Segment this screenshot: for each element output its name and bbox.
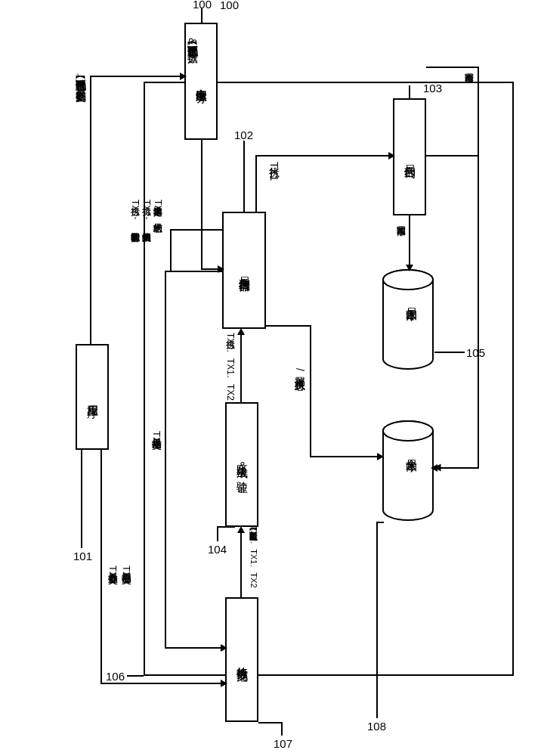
- ref-102-leader: [243, 141, 245, 212]
- local-contract-executor-box: 局部合约执行器: [222, 212, 266, 329]
- arrowhead-app-relay: [180, 73, 187, 80]
- arrowhead-txpool-blockgen: [237, 526, 245, 533]
- local-ledger-label: 局部账本: [404, 299, 419, 302]
- node-boundary: [144, 82, 514, 676]
- tx-pool-box: 待执行交易池: [225, 597, 258, 722]
- arrow-relay-exec: [201, 140, 202, 268]
- arrow-exec-global-h1: [266, 325, 311, 327]
- arrowhead-exec-global: [377, 453, 384, 460]
- global-ledger-label: 全局账本: [404, 450, 419, 453]
- ref-101-leader: [81, 450, 82, 548]
- arrowhead-exec-localsc: [388, 152, 395, 160]
- ref-107: 107: [274, 737, 292, 750]
- arrow-localsc-global-h2: [437, 467, 479, 469]
- arrow-localsc-global-v: [478, 67, 479, 469]
- svg-point-3: [383, 421, 433, 441]
- arrow-exec-localsc-v: [255, 155, 257, 212]
- local-ledger-cylinder: 局部账本: [382, 268, 434, 370]
- arrow-exec-global-h2: [310, 456, 382, 457]
- local-contract-box: 局部合约: [393, 98, 426, 215]
- blockgen-label: 区块生成&验证: [235, 456, 249, 474]
- arrowhead-localsc-localledger: [406, 265, 413, 271]
- steps-bracket-v: [170, 229, 172, 271]
- ref-104-leader-h: [217, 526, 235, 528]
- ref-104-leader: [217, 526, 218, 541]
- arrowhead-global-localsc: [431, 464, 437, 472]
- edge-exec-step3: 略决定并记录TX1的结果状态: [151, 200, 164, 216]
- ref-101: 101: [73, 550, 92, 562]
- steps-bracket-h: [170, 229, 222, 231]
- relay-label: 安全中继服务: [194, 79, 209, 84]
- ref-105: 105: [466, 346, 485, 359]
- edge-exec-all: 执行TX0、TX1、TX2: [224, 333, 236, 401]
- arrow-exec-txpool-v: [165, 271, 166, 649]
- application-box: 应用程序: [76, 344, 109, 450]
- ref-100-real: 100: [193, 0, 212, 11]
- arrowhead-blockgen-exec: [237, 328, 245, 335]
- arrow-exec-txpool-h1: [165, 271, 222, 272]
- arrow-exec-localsc-h: [255, 155, 393, 156]
- edge-extract: 【区块生成时】提取TX0、TX1、TX2: [248, 525, 259, 588]
- global-ledger-cylinder: 全局账本: [382, 420, 434, 522]
- ref-104: 104: [208, 543, 227, 556]
- executor-label: 局部合约执行器: [237, 268, 252, 273]
- ref-107-leader-v: [281, 722, 283, 736]
- arrow-localsc-global-h0: [426, 67, 479, 68]
- ref-106: 106: [106, 670, 125, 683]
- edge-submit-result: 提交结果交易TX2: [150, 431, 163, 449]
- ref-108: 108: [367, 720, 386, 733]
- arrow-app-relay-h: [90, 76, 184, 77]
- ref-105-leader: [434, 352, 465, 353]
- arrow-localsc-global-h1: [426, 155, 479, 156]
- ref-100: 100: [220, 0, 239, 11]
- ref-106-leader: [127, 675, 144, 677]
- local-sc-label: 局部合约: [403, 156, 417, 159]
- arrow-app-txpool-h: [100, 683, 225, 684]
- txpool-label: 待执行交易池: [235, 658, 249, 662]
- edge-exec-tx1: 执行 TX1: [267, 159, 281, 181]
- ref-108-leader-v: [376, 522, 378, 718]
- arrow-app-txpool-v: [100, 450, 102, 684]
- edge-upload: 【可选】上载私密合约代码、私密交易数据: [74, 72, 88, 82]
- arrow-txpool-blockgen: [240, 531, 242, 597]
- app-label: 应用程序: [85, 395, 100, 398]
- edge-download: 【可选】下载私密代码&数据: [186, 38, 199, 45]
- ref-103-leader: [409, 85, 410, 98]
- block-gen-box: 区块生成&验证: [225, 402, 258, 527]
- arrow-localsc-localledger: [409, 215, 410, 268]
- ref-103: 103: [423, 82, 442, 94]
- ref-102: 102: [234, 129, 253, 141]
- arrowhead-exec-txpool: [221, 644, 227, 652]
- ref-107-leader-h: [258, 722, 281, 723]
- arrow-exec-global-v: [310, 325, 311, 457]
- edge-app-submit: 提交部署交易TX0 提交业务交易TX1: [106, 565, 133, 584]
- arrow-exec-txpool-h2: [165, 647, 225, 649]
- edge-deploy-state: 部署/执行状态: [293, 368, 307, 371]
- arrowhead-app-txpool: [221, 680, 227, 687]
- svg-point-1: [383, 270, 433, 290]
- arrow-app-relay: [90, 76, 91, 344]
- arrow-blockgen-exec: [240, 333, 242, 402]
